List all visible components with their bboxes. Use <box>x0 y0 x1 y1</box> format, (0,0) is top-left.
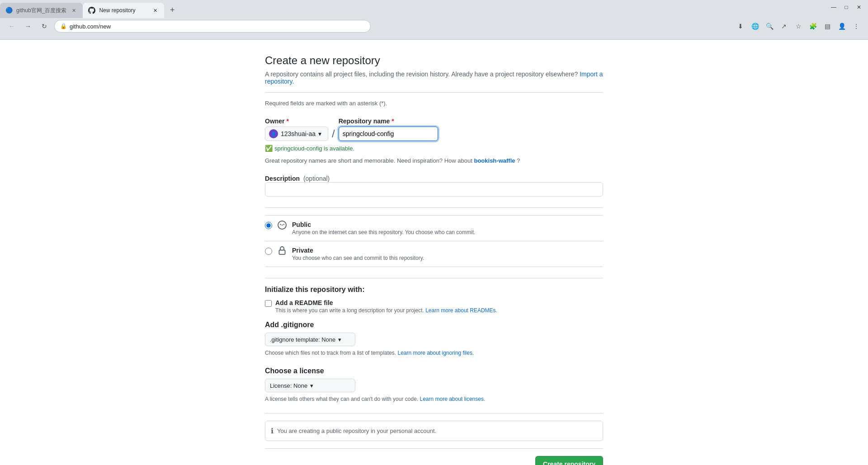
gitignore-desc: Choose which files not to track from a l… <box>265 350 603 356</box>
private-desc: You choose who can see and commit to thi… <box>292 255 603 261</box>
inspiration-text: Great repository names are short and mem… <box>265 157 603 164</box>
private-title: Private <box>292 247 603 254</box>
public-title: Public <box>292 221 603 228</box>
create-repository-button[interactable]: Create repository <box>535 456 603 465</box>
browser-chrome: — □ ✕ 🔵 github官网_百度搜索 ✕ New repository ✕… <box>0 0 868 40</box>
readme-content: Add a README file This is where you can … <box>275 299 497 314</box>
init-section: Initialize this repository with: Add a R… <box>265 286 603 314</box>
bottom-divider <box>265 413 603 413</box>
init-divider <box>265 278 603 278</box>
forward-button[interactable]: → <box>22 20 34 33</box>
repo-name-input[interactable] <box>339 127 438 141</box>
url-bar[interactable]: 🔒 github.com/new <box>54 20 371 33</box>
sidebar-icon[interactable]: ▤ <box>821 20 834 33</box>
repo-name-group: Repository name * <box>339 117 438 141</box>
description-group: Description (optional) <box>265 175 603 197</box>
license-chevron-icon: ▾ <box>310 382 313 389</box>
download-icon[interactable]: ⬇ <box>734 20 747 33</box>
tab1-close-icon[interactable]: ✕ <box>70 7 77 14</box>
tab-github-search[interactable]: 🔵 github官网_百度搜索 ✕ <box>0 3 83 18</box>
private-content: Private You choose who can see and commi… <box>292 247 603 261</box>
description-optional: (optional) <box>303 175 330 182</box>
license-desc: A license tells others what they can and… <box>265 396 603 402</box>
license-dropdown-value: License: None <box>270 382 307 389</box>
menu-icon[interactable]: ⋮ <box>850 20 863 33</box>
page-subtitle: A repository contains all project files,… <box>265 70 603 85</box>
back-button[interactable]: ← <box>5 20 18 33</box>
url-text: github.com/new <box>70 23 111 30</box>
info-text: You are creating a public repository in … <box>277 427 436 434</box>
info-icon: ℹ <box>271 427 274 435</box>
readme-option: Add a README file This is where you can … <box>265 299 603 314</box>
license-dropdown[interactable]: License: None ▾ <box>265 379 355 392</box>
refresh-button[interactable]: ↻ <box>38 20 51 33</box>
visibility-divider <box>265 207 603 208</box>
address-bar: ← → ↻ 🔒 github.com/new ⬇ 🌐 🔍 ↗ ☆ 🧩 ▤ 👤 ⋮ <box>0 18 868 34</box>
close-button[interactable]: ✕ <box>854 2 864 13</box>
gitignore-dropdown-value: .gitignore template: None <box>270 336 335 343</box>
description-label: Description (optional) <box>265 175 330 182</box>
owner-value: 123shuai-aa <box>281 130 316 137</box>
owner-required: * <box>286 117 288 125</box>
repo-name-required: * <box>392 117 394 125</box>
gitignore-dropdown[interactable]: .gitignore template: None ▾ <box>265 333 355 346</box>
new-tab-button[interactable]: + <box>166 4 179 16</box>
availability-message: ✅ springcloud-config is available. <box>265 145 603 152</box>
description-input[interactable] <box>265 182 603 197</box>
readme-title: Add a README file <box>275 299 497 306</box>
readme-checkbox[interactable] <box>265 300 272 307</box>
public-desc: Anyone on the internet can see this repo… <box>292 229 603 235</box>
public-radio[interactable] <box>265 222 272 229</box>
private-radio[interactable] <box>265 248 272 255</box>
readme-link[interactable]: Learn more about READMEs. <box>425 307 497 314</box>
maximize-button[interactable]: □ <box>841 2 852 13</box>
owner-repo-row: Owner * 👤 123shuai-aa ▾ / Repository nam… <box>265 117 603 141</box>
tab2-title: New repository <box>99 7 148 14</box>
browser-actions: ⬇ 🌐 🔍 ↗ ☆ 🧩 ▤ 👤 ⋮ <box>734 20 863 33</box>
minimize-button[interactable]: — <box>828 2 839 13</box>
inspiration-link[interactable]: bookish-waffle <box>474 157 515 164</box>
owner-label: Owner * <box>265 117 328 125</box>
license-title: Choose a license <box>265 367 603 375</box>
private-icon <box>278 246 287 258</box>
bottom-actions: Create repository <box>265 448 603 465</box>
extensions-icon[interactable]: 🧩 <box>807 20 819 33</box>
translate-icon[interactable]: 🌐 <box>749 20 761 33</box>
owner-avatar: 👤 <box>269 129 278 138</box>
tab-new-repository[interactable]: New repository ✕ <box>83 3 164 18</box>
zoom-icon[interactable]: 🔍 <box>763 20 776 33</box>
private-option: Private You choose who can see and commi… <box>265 241 603 267</box>
tab1-favicon: 🔵 <box>5 7 13 14</box>
profile-icon[interactable]: 👤 <box>835 20 848 33</box>
license-section: Choose a license License: None ▾ A licen… <box>265 367 603 402</box>
share-icon[interactable]: ↗ <box>778 20 790 33</box>
header-divider <box>265 92 603 93</box>
bookmark-icon[interactable]: ☆ <box>792 20 805 33</box>
public-option: Public Anyone on the internet can see th… <box>265 215 603 241</box>
path-separator: / <box>332 127 335 141</box>
gitignore-section: Add .gitignore .gitignore template: None… <box>265 321 603 356</box>
public-icon <box>278 221 287 232</box>
gitignore-link[interactable]: Learn more about ignoring files. <box>397 350 474 356</box>
public-content: Public Anyone on the internet can see th… <box>292 221 603 235</box>
visibility-section: Public Anyone on the internet can see th… <box>265 215 603 267</box>
owner-group: Owner * 👤 123shuai-aa ▾ <box>265 117 328 141</box>
license-link[interactable]: Learn more about licenses. <box>420 396 486 402</box>
tab-bar: 🔵 github官网_百度搜索 ✕ New repository ✕ + <box>0 0 868 18</box>
tab2-favicon <box>88 7 95 14</box>
repo-name-label: Repository name * <box>339 117 438 125</box>
page-title: Create a new repository <box>265 54 603 67</box>
availability-text: springcloud-config is available. <box>274 145 354 152</box>
info-box: ℹ You are creating a public repository i… <box>265 421 603 441</box>
gitignore-title: Add .gitignore <box>265 321 603 329</box>
tab2-close-icon[interactable]: ✕ <box>151 7 159 14</box>
page-content: Create a new repository A repository con… <box>0 40 868 465</box>
window-controls: — □ ✕ <box>828 2 864 13</box>
tab1-title: github官网_百度搜索 <box>16 7 66 14</box>
form-container: Create a new repository A repository con… <box>258 40 610 465</box>
lock-icon: 🔒 <box>60 23 67 29</box>
readme-desc: This is where you can write a long descr… <box>275 307 497 314</box>
owner-select[interactable]: 👤 123shuai-aa ▾ <box>265 127 328 141</box>
check-icon: ✅ <box>265 145 273 152</box>
init-title: Initialize this repository with: <box>265 286 603 294</box>
